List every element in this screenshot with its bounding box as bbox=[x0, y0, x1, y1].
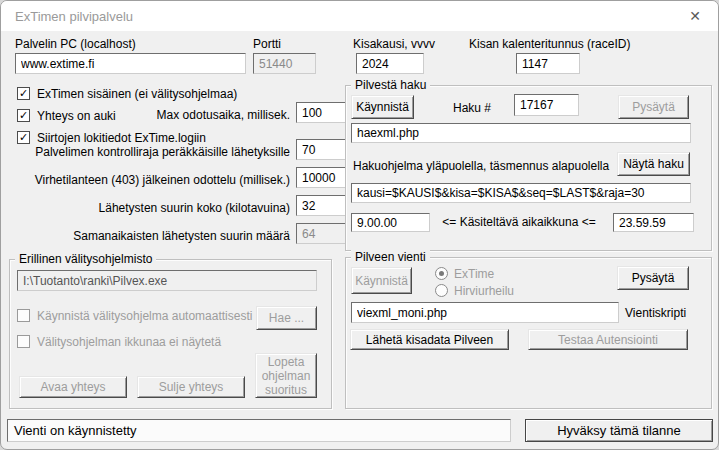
time-window-from-input[interactable] bbox=[351, 213, 430, 232]
raceid-input[interactable] bbox=[516, 53, 580, 74]
dialog-extimen-pilvipalvelu: ExTimen pilvipalvelu ✕ Palvelin PC (loca… bbox=[0, 0, 719, 450]
checkbox-hide-proxy-window-label: Välitysohjelman ikkunaa ei näytetä bbox=[37, 335, 221, 349]
max-simultaneous-label: Samanaikaisten lähetysten suurin määrä bbox=[11, 229, 290, 243]
max-size-label: Lähetysten suurin koko (kilotavuina) bbox=[11, 201, 290, 215]
export-group-title: Pilveen vienti bbox=[351, 250, 430, 264]
error-wait-input[interactable] bbox=[296, 167, 347, 188]
fetch-query-input[interactable] bbox=[351, 183, 691, 203]
stop-program-button: Lopeta ohjelman suoritus bbox=[255, 353, 317, 398]
control-limit-input[interactable] bbox=[296, 139, 347, 160]
checkbox-log-label: Siirtojen lokitiedot ExTime.logiin bbox=[37, 131, 206, 145]
fetch-info-label: Hakuohjelma yläpuolella, täsmennus alapu… bbox=[353, 159, 609, 173]
checkbox-internal-label: ExTimen sisäinen (ei välitysohjelmaa) bbox=[37, 87, 237, 101]
radio-extime bbox=[435, 267, 448, 280]
control-limit-label: Palvelimen kontrolliraja peräkkäisille l… bbox=[11, 145, 290, 159]
checkbox-log[interactable]: ✓ bbox=[17, 131, 30, 144]
send-race-data-button[interactable]: Lähetä kisadata Pilveen bbox=[350, 329, 509, 350]
radio-hirviurheilu bbox=[435, 284, 448, 297]
server-input[interactable] bbox=[15, 53, 246, 74]
test-authentication-button: Testaa Autensiointi bbox=[528, 329, 688, 350]
fetch-start-button[interactable]: Käynnistä bbox=[351, 95, 414, 119]
port-label: Portti bbox=[253, 37, 281, 51]
close-icon: ✕ bbox=[689, 8, 701, 24]
export-script-label: Vientiskripti bbox=[625, 306, 686, 320]
max-size-input[interactable] bbox=[296, 195, 347, 216]
check-icon: ✓ bbox=[18, 88, 29, 99]
check-icon: ✓ bbox=[18, 132, 29, 143]
fetch-number-label: Haku # bbox=[453, 101, 491, 115]
radio-extime-label: ExTime bbox=[454, 267, 494, 281]
close-button[interactable]: ✕ bbox=[672, 1, 718, 31]
status-bar: Vienti on käynnistetty bbox=[7, 419, 511, 442]
checkbox-internal[interactable]: ✓ bbox=[17, 87, 30, 100]
export-stop-button[interactable]: Pysäytä bbox=[617, 266, 689, 290]
max-wait-label: Max odotusaika, millisek. bbox=[11, 108, 290, 122]
radio-selected-dot bbox=[439, 271, 444, 276]
proxy-group-title: Erillinen välitysohjelmisto bbox=[15, 252, 156, 266]
fetch-stop-button: Pysäytä bbox=[618, 95, 689, 119]
fetch-number-input[interactable] bbox=[514, 94, 579, 116]
browse-button: Hae ... bbox=[256, 306, 317, 330]
radio-hirviurheilu-label: Hirviurheilu bbox=[454, 284, 514, 298]
max-wait-input[interactable] bbox=[296, 102, 347, 123]
show-fetch-button[interactable]: Näytä haku bbox=[617, 152, 690, 176]
port-input bbox=[253, 53, 316, 74]
checkbox-auto-start-proxy bbox=[17, 309, 30, 322]
accept-state-button[interactable]: Hyväksy tämä tilanne bbox=[525, 419, 713, 442]
title-bar: ExTimen pilvipalvelu ✕ bbox=[1, 1, 718, 31]
fetch-group-title: Pilvestä haku bbox=[351, 78, 430, 92]
season-input[interactable] bbox=[356, 53, 424, 74]
max-simultaneous-input bbox=[296, 223, 347, 244]
error-wait-label: Virhetilanteen (403) jälkeinen odottelu … bbox=[11, 173, 290, 187]
checkbox-auto-start-proxy-label: Käynnistä välitysohjelma automaattisesti bbox=[37, 309, 252, 323]
proxy-path-input bbox=[17, 270, 317, 291]
raceid-label: Kisan kalenteritunnus (raceID) bbox=[469, 37, 630, 51]
export-start-button: Käynnistä bbox=[351, 267, 412, 294]
fetch-script-input[interactable] bbox=[351, 123, 691, 143]
checkbox-hide-proxy-window bbox=[17, 335, 30, 348]
open-connection-button: Avaa yhteys bbox=[19, 376, 127, 398]
time-window-to-input[interactable] bbox=[613, 213, 694, 232]
season-label: Kisakausi, vvvv bbox=[353, 37, 435, 51]
window-title: ExTimen pilvipalvelu bbox=[15, 9, 133, 24]
server-label: Palvelin PC (localhost) bbox=[15, 37, 136, 51]
export-script-input[interactable] bbox=[351, 302, 619, 323]
time-window-label: <= Käsiteltävä aikaikkuna <= bbox=[441, 215, 597, 229]
close-connection-button: Sulje yhteys bbox=[137, 376, 245, 398]
